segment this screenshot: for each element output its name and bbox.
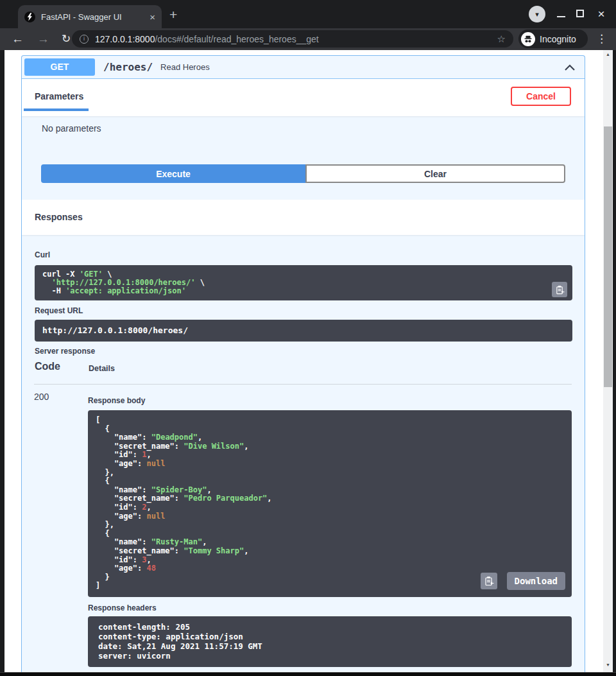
page-info-icon[interactable]: i <box>80 35 89 44</box>
curl-code: curl -X 'GET' \ 'http://127.0.0.1:8000/h… <box>42 270 572 295</box>
tab-title: FastAPI - Swagger UI <box>41 12 144 22</box>
responses-body: Curl curl -X 'GET' \ 'http://127.0.0.1:8… <box>22 235 585 672</box>
responses-title: Responses <box>35 212 83 222</box>
code-column-header: Code <box>35 361 60 372</box>
browser-tab[interactable]: FastAPI - Swagger UI × <box>18 5 162 28</box>
response-body-json: [ { "name": "Deadpond", "secret_name": "… <box>96 416 572 591</box>
request-url-label: Request URL <box>35 306 83 315</box>
incognito-badge: Incognito <box>518 30 588 48</box>
parameters-body: No parameters Execute Clear <box>22 116 585 200</box>
new-tab-button[interactable]: + <box>169 7 177 22</box>
parameters-tab-underline <box>24 108 89 111</box>
tab-strip: FastAPI - Swagger UI × + ▾ × <box>0 0 616 28</box>
get-method-badge: GET <box>24 58 95 76</box>
bookmark-star-icon[interactable]: ☆ <box>497 33 506 45</box>
window-frame-bottom <box>0 672 616 676</box>
curl-label: Curl <box>35 250 50 259</box>
browser-toolbar: ← → ↻ i 127.0.0.1:8000 /docs#/default/re… <box>0 28 616 50</box>
fastapi-favicon-icon <box>24 12 35 22</box>
swagger-page: GET /heroes/ Read Heroes Parameters Canc… <box>0 50 616 672</box>
request-url-value: http://127.0.0.1:8000/heroes/ <box>42 325 188 335</box>
scrollbar-down-icon[interactable]: ▼ <box>603 663 613 667</box>
parameters-header: Parameters Cancel <box>22 79 585 116</box>
url-host: 127.0.0.1:8000 <box>95 34 155 44</box>
minimize-button[interactable] <box>557 16 565 17</box>
response-headers-label: Response headers <box>88 603 157 612</box>
curl-command-block: curl -X 'GET' \ 'http://127.0.0.1:8000/h… <box>35 265 572 300</box>
request-url-block: http://127.0.0.1:8000/heroes/ <box>35 320 572 342</box>
window-close-button[interactable]: × <box>594 6 609 22</box>
page-scrollbar[interactable]: ▲ ▼ <box>603 50 613 672</box>
scrollbar-up-icon[interactable]: ▲ <box>603 52 613 56</box>
reload-icon[interactable]: ↻ <box>62 28 71 50</box>
table-divider <box>34 384 572 385</box>
tab-close-icon[interactable]: × <box>150 12 155 22</box>
clear-button[interactable]: Clear <box>305 164 565 183</box>
status-code: 200 <box>34 392 49 402</box>
copy-response-icon[interactable] <box>481 573 497 589</box>
execute-button[interactable]: Execute <box>41 164 305 183</box>
maximize-button[interactable] <box>576 10 584 17</box>
browser-menu-icon[interactable]: ⋮ <box>596 28 607 50</box>
address-bar[interactable]: i 127.0.0.1:8000 /docs#/default/read_her… <box>72 30 513 48</box>
window-frame-right <box>613 50 616 676</box>
execute-button-group: Execute Clear <box>41 164 565 183</box>
responses-header: Responses <box>22 200 585 235</box>
tab-search-button[interactable]: ▾ <box>529 6 545 22</box>
response-headers-block: content-length: 205content-type: applica… <box>88 616 572 667</box>
operation-panel: GET /heroes/ Read Heroes Parameters Canc… <box>21 55 585 672</box>
parameters-title: Parameters <box>35 91 83 101</box>
copy-to-clipboard-icon[interactable] <box>552 282 567 297</box>
no-parameters-text: No parameters <box>42 123 101 134</box>
cancel-button[interactable]: Cancel <box>511 87 571 106</box>
incognito-label: Incognito <box>540 34 576 44</box>
details-column-header: Details <box>89 364 115 373</box>
operation-path: /heroes/ <box>103 61 153 73</box>
forward-icon[interactable]: → <box>37 28 49 50</box>
scrollbar-thumb[interactable] <box>604 126 612 387</box>
download-button[interactable]: Download <box>507 572 565 590</box>
url-path: /docs#/default/read_heroes_heroes__get <box>155 34 318 44</box>
back-icon[interactable]: ← <box>12 28 24 50</box>
response-body-label: Response body <box>88 396 145 405</box>
response-body-block: [ { "name": "Deadpond", "secret_name": "… <box>88 410 572 597</box>
collapse-chevron-icon[interactable] <box>564 64 576 71</box>
response-headers-lines: content-length: 205content-type: applica… <box>98 622 572 661</box>
window-frame-left <box>0 50 4 676</box>
operation-summary: Read Heroes <box>160 62 210 72</box>
operation-header[interactable]: GET /heroes/ Read Heroes <box>22 56 585 79</box>
server-response-label: Server response <box>35 347 95 356</box>
incognito-icon <box>521 32 535 46</box>
browser-window: FastAPI - Swagger UI × + ▾ × ← → ↻ i 127… <box>0 0 616 676</box>
response-body-actions: Download <box>481 572 565 590</box>
